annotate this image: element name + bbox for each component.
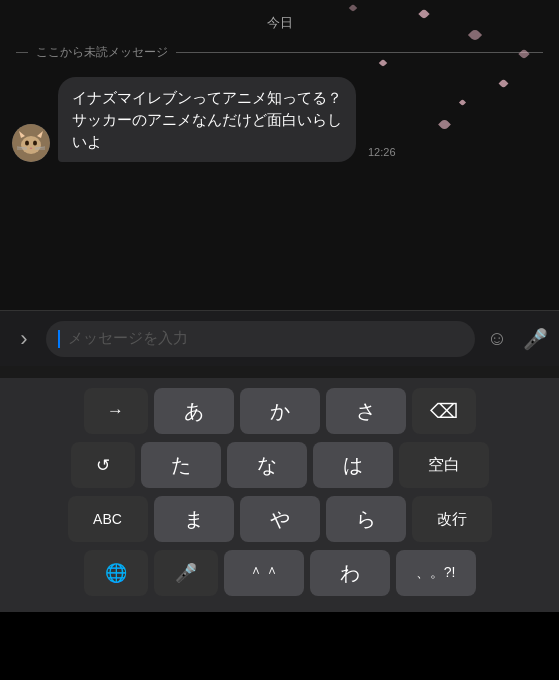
- text-cursor: [58, 330, 60, 348]
- keyboard-area: → あ か さ ⌫ ↺ た な は 空白 ABC ま や ら 改行 🌐 🎤 ＾＾…: [0, 378, 559, 612]
- space-key[interactable]: 空白: [399, 442, 489, 488]
- key-ra[interactable]: ら: [326, 496, 406, 542]
- unread-label: ここから未読メッセージ: [36, 44, 168, 61]
- message-row: イナズマイレブンってアニメ知ってる？サッカーのアニメなんだけど面白いらしいよ 1…: [0, 73, 559, 166]
- return-key[interactable]: 改行: [412, 496, 492, 542]
- message-input-wrapper[interactable]: メッセージを入力: [46, 321, 475, 357]
- microphone-icon: 🎤: [523, 327, 548, 351]
- keyboard-row-4: 🌐 🎤 ＾＾ わ 、。?!: [4, 550, 555, 596]
- chevron-right-icon: ›: [20, 326, 27, 352]
- backspace-key[interactable]: ⌫: [412, 388, 476, 434]
- key-punctuation[interactable]: 、。?!: [396, 550, 476, 596]
- key-ha[interactable]: は: [313, 442, 393, 488]
- voice-input-key[interactable]: 🎤: [154, 550, 218, 596]
- key-na[interactable]: な: [227, 442, 307, 488]
- keyboard-spacer: [0, 366, 559, 378]
- key-ta[interactable]: た: [141, 442, 221, 488]
- unread-divider: ここから未読メッセージ: [0, 40, 559, 65]
- key-sa[interactable]: さ: [326, 388, 406, 434]
- avatar: [12, 124, 50, 162]
- keyboard-row-2: ↺ た な は 空白: [4, 442, 555, 488]
- key-emoji-face[interactable]: ＾＾: [224, 550, 304, 596]
- emoji-icon: ☺: [487, 327, 507, 350]
- abc-key[interactable]: ABC: [68, 496, 148, 542]
- microphone-button[interactable]: 🎤: [519, 323, 551, 355]
- svg-point-6: [25, 141, 29, 146]
- undo-key[interactable]: ↺: [71, 442, 135, 488]
- keyboard-row-3: ABC ま や ら 改行: [4, 496, 555, 542]
- message-text: イナズマイレブンってアニメ知ってる？サッカーのアニメなんだけど面白いらしいよ: [72, 89, 342, 150]
- input-bar: › メッセージを入力 ☺ 🎤: [0, 310, 559, 366]
- key-wa[interactable]: わ: [310, 550, 390, 596]
- expand-button[interactable]: ›: [8, 323, 40, 355]
- message-time: 12:26: [368, 146, 396, 158]
- chat-area: 今日 ここから未読メッセージ: [0, 0, 559, 310]
- svg-point-7: [33, 141, 37, 146]
- key-ka[interactable]: か: [240, 388, 320, 434]
- key-ma[interactable]: ま: [154, 496, 234, 542]
- keyboard-row-1: → あ か さ ⌫: [4, 388, 555, 434]
- emoji-button[interactable]: ☺: [481, 323, 513, 355]
- message-bubble: イナズマイレブンってアニメ知ってる？サッカーのアニメなんだけど面白いらしいよ: [58, 77, 356, 162]
- input-placeholder: メッセージを入力: [68, 329, 188, 348]
- svg-point-1: [21, 136, 41, 154]
- globe-key[interactable]: 🌐: [84, 550, 148, 596]
- key-ya[interactable]: や: [240, 496, 320, 542]
- key-a[interactable]: あ: [154, 388, 234, 434]
- arrow-key[interactable]: →: [84, 388, 148, 434]
